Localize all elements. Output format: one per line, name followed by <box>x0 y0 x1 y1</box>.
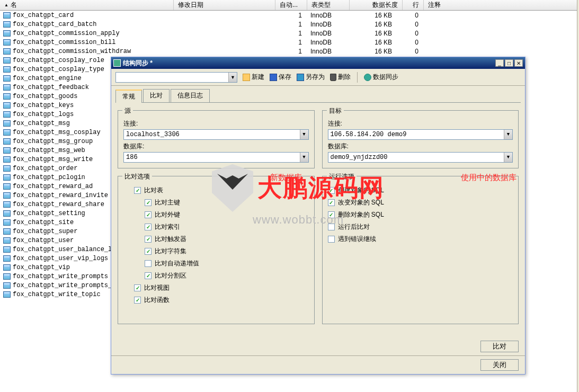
col-header-name[interactable]: ▲名 <box>0 0 174 10</box>
chk-compare-fk[interactable]: 比对外键 <box>145 210 309 219</box>
table-icon <box>3 39 11 46</box>
table-name: fox_chatgpt_msg_group <box>13 138 93 145</box>
table-name: fox_chatgpt_reward_ad <box>13 183 93 190</box>
table-icon <box>3 102 11 109</box>
dialog-toolbar: ▼ 新建 保存 另存为 删除 数据同步 <box>111 69 525 86</box>
separator <box>357 72 358 83</box>
table-icon <box>3 201 11 208</box>
data-sync-button[interactable]: 数据同步 <box>364 73 398 82</box>
table-icon <box>3 255 11 262</box>
table-icon <box>3 57 11 64</box>
table-name: fox_chatgpt_commission_apply <box>13 30 120 37</box>
chk-compare-partition[interactable]: 比对分割区 <box>145 271 309 280</box>
table-icon <box>3 228 11 235</box>
table-name: fox_chatgpt_logs <box>13 111 74 118</box>
table-name: fox_chatgpt_cosplay_type <box>13 66 104 73</box>
table-icon <box>3 165 11 172</box>
col-header-type[interactable]: 表类型 <box>307 0 350 10</box>
chk-alter-sql[interactable]: 改变对象的 SQL <box>328 198 513 207</box>
sync-icon <box>113 59 121 67</box>
tab-compare[interactable]: 比对 <box>143 89 170 102</box>
chevron-down-icon[interactable]: ▼ <box>504 130 512 139</box>
right-edge <box>577 0 579 392</box>
chk-continue-err[interactable]: 遇到错误继续 <box>328 235 513 244</box>
table-name: fox_chatgpt_keys <box>13 102 74 109</box>
dialog-titlebar[interactable]: 结构同步 * _ □ ✕ <box>111 57 525 69</box>
table-icon <box>3 273 11 280</box>
close-dialog-button[interactable]: 关闭 <box>480 359 519 371</box>
target-db-label: 数据库: <box>328 142 513 151</box>
table-icon <box>3 264 11 271</box>
table-name: fox_chatgpt_commission_bill <box>13 39 115 46</box>
saveas-button[interactable]: 另存为 <box>297 73 325 82</box>
source-db-combo[interactable]: 186▼ <box>123 152 309 163</box>
table-name: fox_chatgpt_cosplay_role <box>13 57 104 64</box>
compare-button[interactable]: 比对 <box>480 341 519 352</box>
table-name: fox_chatgpt_commission_withdraw <box>13 48 131 55</box>
table-icon <box>3 210 11 217</box>
table-icon <box>3 129 11 136</box>
new-button[interactable]: 新建 <box>243 73 264 82</box>
chk-compare-index[interactable]: 比对索引 <box>145 222 309 231</box>
table-row[interactable]: fox_chatgpt_commission_bill1InnoDB16 KB0 <box>0 38 579 47</box>
col-header-rows[interactable]: 行 <box>403 0 424 10</box>
table-icon <box>3 291 11 298</box>
table-row[interactable]: fox_chatgpt_commission_withdraw1InnoDB16… <box>0 47 579 56</box>
tab-general[interactable]: 常规 <box>115 90 142 103</box>
save-icon <box>270 74 277 81</box>
chk-compare-trigger[interactable]: 比对触发器 <box>145 235 309 244</box>
save-button[interactable]: 保存 <box>270 73 291 82</box>
chk-compare-charset[interactable]: 比对字符集 <box>145 247 309 256</box>
profile-combo[interactable]: ▼ <box>115 72 237 83</box>
table-icon <box>3 30 11 37</box>
table-name: fox_chatgpt_site <box>13 219 74 226</box>
sort-asc-icon: ▲ <box>4 3 8 7</box>
table-name: fox_chatgpt_goods <box>13 93 77 100</box>
source-conn-label: 连接: <box>123 119 309 128</box>
chk-compare-view[interactable]: 比对视图 <box>134 283 309 292</box>
saveas-icon <box>297 74 304 81</box>
chk-compare-autoinc[interactable]: 比对自动递增值 <box>145 259 309 268</box>
chk-create-sql[interactable]: 创建对象的 SQL <box>328 186 513 195</box>
target-conn-combo[interactable]: 106.58.184.200 demo9▼ <box>328 129 513 140</box>
table-icon <box>3 111 11 118</box>
chevron-down-icon[interactable]: ▼ <box>300 130 308 139</box>
table-row[interactable]: fox_chatgpt_card1InnoDB16 KB0 <box>0 11 579 20</box>
chk-compare-table[interactable]: 比对表 <box>134 186 309 195</box>
table-name: fox_chatgpt_vip <box>13 264 70 271</box>
chevron-down-icon[interactable]: ▼ <box>504 153 512 162</box>
chk-compare-func[interactable]: 比对函数 <box>134 296 309 305</box>
table-icon <box>3 93 11 100</box>
table-icon <box>3 48 11 55</box>
table-row[interactable]: fox_chatgpt_commission_apply1InnoDB16 KB… <box>0 29 579 38</box>
table-name: fox_chatgpt_msg_cosplay <box>13 129 101 136</box>
chevron-down-icon[interactable]: ▼ <box>300 153 308 162</box>
table-row[interactable]: fox_chatgpt_card_batch1InnoDB16 KB0 <box>0 20 579 29</box>
close-button[interactable]: ✕ <box>514 59 523 67</box>
source-group: 源 连接: localhost_3306▼ 数据库: 186▼ <box>118 110 315 168</box>
col-header-auto[interactable]: 自动... <box>275 0 307 10</box>
target-legend: 目标 <box>327 106 344 115</box>
col-header-date[interactable]: 修改日期 <box>174 0 275 10</box>
table-name: fox_chatgpt_user_vip_logs <box>13 255 108 262</box>
table-name: fox_chatgpt_engine <box>13 75 82 82</box>
maximize-button[interactable]: □ <box>505 59 513 67</box>
source-conn-combo[interactable]: localhost_3306▼ <box>123 129 309 140</box>
chk-compare-pk[interactable]: 比对主键 <box>145 198 309 207</box>
table-name: fox_chatgpt_card <box>13 12 74 19</box>
target-db-combo[interactable]: demo9_ynjdzzd00▼ <box>328 152 513 163</box>
structure-sync-dialog: 结构同步 * _ □ ✕ ▼ 新建 保存 另存为 删除 数据同步 常规 比对 信… <box>111 57 525 375</box>
table-icon <box>3 282 11 289</box>
chk-drop-sql[interactable]: 删除对象的 SQL <box>328 210 513 219</box>
table-icon <box>3 138 11 145</box>
table-name: fox_chatgpt_pclogin <box>13 174 85 181</box>
source-db-label: 数据库: <box>123 142 309 151</box>
col-header-comment[interactable]: 注释 <box>424 0 579 10</box>
chevron-down-icon[interactable]: ▼ <box>228 73 237 82</box>
chk-run-after[interactable]: 运行后比对 <box>328 222 513 231</box>
source-legend: 源 <box>122 106 133 115</box>
delete-button[interactable]: 删除 <box>330 73 351 82</box>
col-header-len[interactable]: 数据长度 <box>350 0 403 10</box>
minimize-button[interactable]: _ <box>495 59 504 67</box>
tab-log[interactable]: 信息日志 <box>171 89 210 102</box>
